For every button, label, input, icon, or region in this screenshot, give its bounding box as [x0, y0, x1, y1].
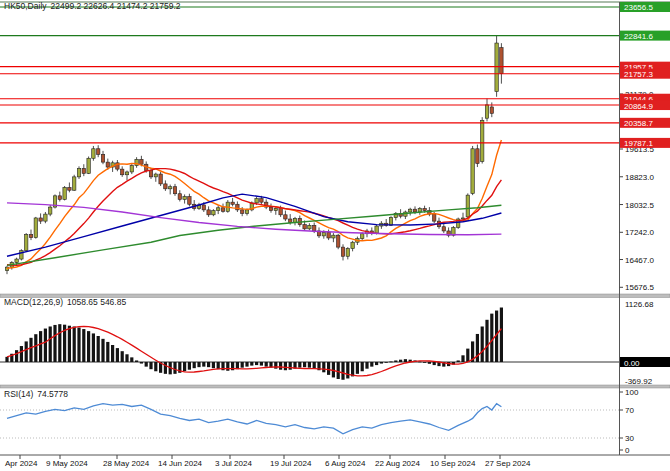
- candle-down: [241, 210, 244, 214]
- candle-down: [68, 187, 71, 190]
- time-tick-label: Apr 2024: [5, 459, 38, 468]
- candle-up: [44, 214, 47, 221]
- macd-bar: [116, 348, 119, 362]
- macd-bar: [361, 362, 364, 371]
- macd-bar: [20, 346, 23, 362]
- macd-bar: [29, 338, 32, 362]
- macd-bar: [193, 362, 196, 368]
- macd-bar: [389, 361, 392, 362]
- candle-down: [97, 149, 100, 155]
- macd-bar: [125, 354, 128, 362]
- macd-bar: [207, 362, 210, 367]
- macd-bar: [476, 334, 479, 362]
- macd-bar: [490, 314, 493, 362]
- macd-bar: [380, 362, 383, 364]
- candle-down: [82, 168, 85, 173]
- candle-down: [442, 227, 445, 231]
- macd-bar: [303, 362, 306, 367]
- price-badge-text: 21757.3: [624, 70, 653, 79]
- candle-down: [500, 48, 503, 74]
- candle-down: [231, 202, 234, 204]
- candle-up: [255, 199, 258, 203]
- price-badge-text: 23656.5: [624, 3, 653, 12]
- rsi-value: 74.5778: [37, 389, 68, 399]
- macd-bar: [154, 362, 157, 371]
- macd-bar: [44, 329, 47, 362]
- macd-bar: [385, 362, 388, 363]
- candle-up: [92, 149, 95, 158]
- macd-bar: [188, 362, 191, 370]
- macd-bar: [49, 326, 52, 362]
- chart-canvas[interactable]: 21179.019613.518823.018032.517242.016467…: [0, 0, 670, 471]
- candle-up: [308, 225, 311, 229]
- candle-up: [183, 197, 186, 200]
- macd-bar: [5, 357, 8, 362]
- symbol-timeframe-label: HK50,Daily: [4, 1, 47, 11]
- candle-up: [25, 234, 28, 250]
- candle-down: [327, 232, 330, 238]
- macd-bar: [356, 362, 359, 374]
- time-tick-label: 3 Jul 2024: [215, 459, 252, 468]
- macd-bar: [346, 362, 349, 378]
- macd-bar: [351, 362, 354, 376]
- rsi-label: RSI(14)74.5778: [4, 389, 68, 399]
- candle-up: [87, 158, 90, 173]
- macd-tick-bottom: -369.92: [625, 377, 653, 386]
- macd-bar: [485, 320, 488, 362]
- macd-bar: [53, 325, 56, 362]
- macd-bar: [404, 359, 407, 362]
- macd-bar: [457, 360, 460, 362]
- candle-down: [433, 214, 436, 221]
- macd-bar: [58, 324, 61, 362]
- candle-down: [313, 225, 316, 231]
- macd-bar: [101, 339, 104, 362]
- candle-down: [341, 247, 344, 256]
- candle-up: [245, 210, 248, 214]
- candle-down: [260, 199, 263, 203]
- price-badge-text: 20358.7: [624, 119, 653, 128]
- macd-bar: [164, 362, 167, 374]
- macd-bar: [140, 362, 143, 364]
- macd-bar: [289, 362, 292, 370]
- macd-bar: [135, 360, 138, 362]
- candle-up: [130, 166, 133, 172]
- candle-down: [269, 207, 272, 211]
- candle-down: [149, 171, 152, 177]
- candle-up: [49, 207, 52, 214]
- candle-up: [332, 235, 335, 238]
- macd-bar: [260, 362, 263, 366]
- price-badge-text: 19787.1: [624, 139, 653, 148]
- candle-up: [466, 195, 469, 217]
- macd-bar: [375, 362, 378, 365]
- macd-zero-badge-text: 0.00: [624, 359, 640, 368]
- candle-down: [279, 208, 282, 214]
- panel-separator-2[interactable]: [0, 385, 670, 388]
- macd-bar: [202, 362, 205, 367]
- macd-bar: [34, 334, 37, 362]
- candle-down: [140, 159, 143, 164]
- candle-up: [375, 226, 378, 233]
- macd-bar: [327, 362, 330, 375]
- rsi-name: RSI(14): [4, 389, 33, 399]
- macd-bar: [394, 360, 397, 362]
- candle-down: [476, 149, 479, 164]
- macd-bar: [183, 362, 186, 371]
- time-tick-label: 19 Jul 2024: [270, 459, 312, 468]
- macd-bar: [265, 362, 268, 367]
- candle-up: [154, 174, 157, 177]
- macd-bar: [173, 362, 176, 374]
- candle-down: [101, 154, 104, 162]
- price-badge-text: 22841.6: [624, 32, 653, 41]
- macd-bar: [481, 326, 484, 362]
- candle-up: [212, 211, 215, 215]
- candle-down: [284, 215, 287, 219]
- candle-down: [303, 225, 306, 229]
- candle-up: [217, 208, 220, 211]
- time-tick-label: 28 May 2024: [103, 459, 150, 468]
- macd-bar: [365, 362, 368, 369]
- candle-down: [221, 208, 224, 212]
- macd-bar: [212, 362, 215, 368]
- candle-down: [423, 208, 426, 210]
- macd-bar: [149, 362, 152, 369]
- candle-down: [188, 197, 191, 205]
